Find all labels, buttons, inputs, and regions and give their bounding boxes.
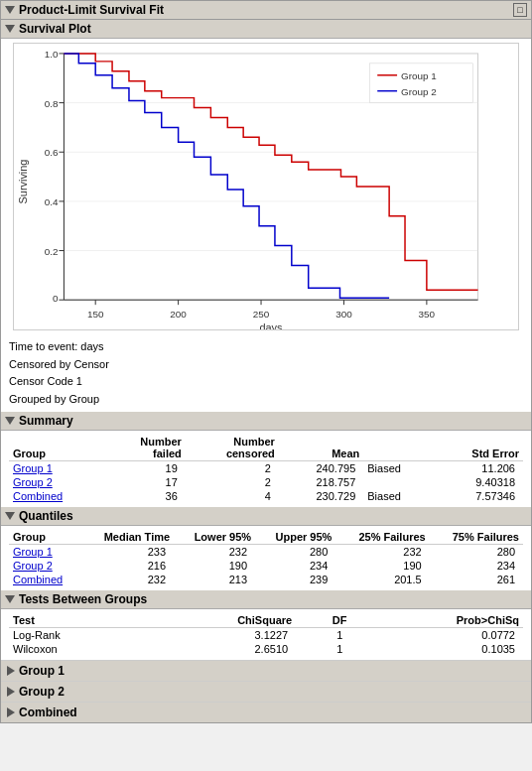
group-1-expand-icon [7,666,15,676]
summary-censored-2: 2 [186,475,279,489]
summary-collapse-icon[interactable] [5,417,15,425]
quant-col-upper: Upper 95% [255,530,335,545]
tests-table: Test ChiSquare DF Prob>ChiSq Log-Rank 3.… [9,613,523,656]
test-logrank-label: Log-Rank [9,628,144,643]
quant-75f-c: 261 [430,573,523,586]
tests-col-test: Test [9,613,144,628]
table-row: Combined 36 4 230.729 Biased 7.57346 [9,489,523,503]
table-row: Group 2 17 2 218.757 9.40318 [9,475,523,489]
svg-text:300: 300 [335,309,352,320]
group-2-header[interactable]: Group 2 [1,682,531,702]
summary-failed-2: 17 [104,475,186,489]
quantiles-title: Quantiles [19,509,73,523]
quant-col-group: Group [9,530,81,545]
plot-container: 1.0 0.8 0.6 0.4 0.2 0 Surviving 150 200 … [13,43,519,330]
table-row: Log-Rank 3.1227 1 0.0772 [9,628,523,643]
summary-col-censored: Numbercensored [186,435,279,461]
summary-content: Group Numberfailed Numbercensored Mean S… [1,431,531,507]
quantiles-collapse-icon[interactable] [5,512,15,520]
tests-content: Test ChiSquare DF Prob>ChiSq Log-Rank 3.… [1,609,531,660]
summary-col-biased [363,435,432,461]
summary-mean-2: 218.757 [279,475,363,489]
quant-group-1[interactable]: Group 1 [9,545,81,560]
quant-median-c: 232 [81,573,174,586]
combined-expand-icon [7,707,15,717]
svg-text:0.2: 0.2 [45,246,59,257]
summary-section-header: Summary [1,412,531,431]
quant-col-75f: 75% Failures [430,530,523,545]
quant-median-1: 233 [81,545,174,560]
main-panel: Product-Limit Survival Fit □ Survival Pl… [0,0,532,723]
summary-stderr-1: 11.206 [432,461,523,476]
tests-section-header: Tests Between Groups [1,590,531,609]
quant-group-2[interactable]: Group 2 [9,559,81,573]
svg-text:0.6: 0.6 [45,147,59,158]
table-row: Group 2 216 190 234 190 234 [9,559,523,573]
group-2-expand-icon [7,687,15,697]
svg-text:0: 0 [53,293,59,304]
panel-collapse-icon[interactable] [5,6,15,14]
group-1-header[interactable]: Group 1 [1,661,531,681]
time-to-event-text: Time to event: days [9,338,523,356]
quant-col-25f: 25% Failures [335,530,429,545]
summary-censored-1: 2 [186,461,279,476]
svg-text:Surviving: Surviving [17,160,29,204]
group-1-label: Group 1 [19,664,65,678]
summary-group-1[interactable]: Group 1 [9,461,104,476]
grouped-by-text: Grouped by Group [9,391,523,409]
censored-by-text: Censored by Censor [9,356,523,374]
summary-mean-1: 240.795 [279,461,363,476]
test-logrank-df: 1 [296,628,350,643]
quant-upper-1: 280 [255,545,335,560]
summary-title: Summary [19,414,73,428]
svg-text:0.4: 0.4 [45,196,59,207]
svg-text:1.0: 1.0 [45,49,59,60]
svg-text:days: days [259,321,283,329]
summary-col-mean: Mean [279,435,363,461]
survival-plot-collapse-icon[interactable] [5,25,15,33]
quant-upper-c: 239 [255,573,335,586]
test-wilcoxon-label: Wilcoxon [9,642,144,656]
summary-failed-c: 36 [104,489,186,503]
summary-group-2[interactable]: Group 2 [9,475,104,489]
combined-label: Combined [19,706,77,719]
quantiles-table: Group Median Time Lower 95% Upper 95% 25… [9,530,523,586]
survival-plot-section-header: Survival Plot [1,20,531,39]
quant-25f-1: 232 [335,545,429,560]
table-row: Combined 232 213 239 201.5 261 [9,573,523,586]
summary-failed-1: 19 [104,461,186,476]
group-1-section: Group 1 [1,660,531,681]
quant-combined[interactable]: Combined [9,573,81,586]
quant-lower-1: 232 [174,545,255,560]
group-2-label: Group 2 [19,685,65,699]
tests-col-df: DF [296,613,350,628]
svg-text:250: 250 [253,309,270,320]
test-wilcoxon-chisq: 2.6510 [144,642,296,656]
svg-text:350: 350 [419,309,436,320]
quant-median-2: 216 [81,559,174,573]
summary-combined[interactable]: Combined [9,489,104,503]
table-row: Wilcoxon 2.6510 1 0.1035 [9,642,523,656]
quant-25f-c: 201.5 [335,573,429,586]
quant-lower-c: 213 [174,573,255,586]
test-logrank-prob: 0.0772 [350,628,523,643]
svg-text:Group 1: Group 1 [401,70,437,81]
combined-header[interactable]: Combined [1,703,531,722]
survival-plot-title: Survival Plot [19,22,91,36]
restore-icon[interactable]: □ [513,3,527,17]
table-row: Group 1 233 232 280 232 280 [9,545,523,560]
tests-col-prob: Prob>ChiSq [350,613,523,628]
summary-biased-c: Biased [363,489,432,503]
quant-col-lower: Lower 95% [174,530,255,545]
test-logrank-chisq: 3.1227 [144,628,296,643]
survival-plot-svg: 1.0 0.8 0.6 0.4 0.2 0 Surviving 150 200 … [14,44,518,329]
summary-stderr-c: 7.57346 [432,489,523,503]
test-wilcoxon-df: 1 [296,642,350,656]
info-text-area: Time to event: days Censored by Censor C… [1,334,531,412]
tests-collapse-icon[interactable] [5,595,15,603]
test-wilcoxon-prob: 0.1035 [350,642,523,656]
quantiles-content: Group Median Time Lower 95% Upper 95% 25… [1,526,531,590]
summary-censored-c: 4 [186,489,279,503]
survival-plot-area: 1.0 0.8 0.6 0.4 0.2 0 Surviving 150 200 … [1,39,531,334]
summary-stderr-2: 9.40318 [432,475,523,489]
